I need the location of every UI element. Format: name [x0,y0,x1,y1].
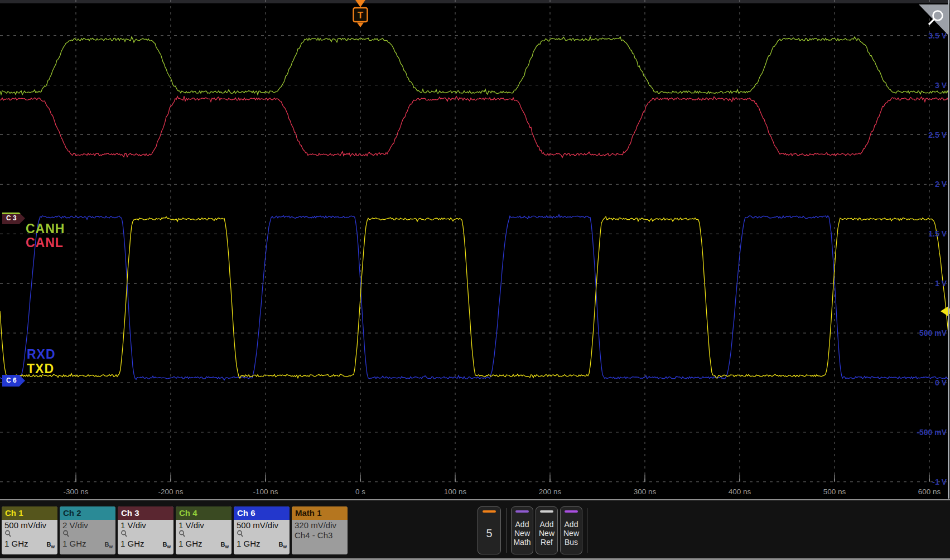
bandwidth-limit-icon: BW [220,541,229,549]
ch2-bw-row: 1 GHz BW [60,539,115,549]
bandwidth-limit-icon: BW [46,541,55,549]
ch3-bandwidth: 1 GHz [120,539,144,548]
trace-txd [0,216,948,378]
label-line: New [514,529,530,538]
ch4-body: 1 V/div 1 GHz BW [176,520,232,554]
y-axis-label: -500 mV [917,428,947,437]
bandwidth-limit-icon: BW [104,541,113,549]
math1-scale: 320 mV/div [292,520,348,530]
x-axis-label: -200 ns [158,487,183,496]
ch2-header: Ch 2 [60,506,115,520]
bandwidth-limit-icon: BW [278,541,287,549]
channel-badge-ch6[interactable]: Ch 6 500 mV/div 1 GHz BW [234,506,290,554]
ch1-bandwidth: 1 GHz [4,539,28,548]
add-new-bus-label: Add New Bus [563,513,579,554]
label-line: New [539,529,554,538]
probe-icon [120,530,128,538]
y-axis-label: 1.5 V [928,229,947,238]
ch6-bandwidth: 1 GHz [237,539,261,548]
bandwidth-limit-icon: BW [162,541,171,549]
label-line: Math [513,538,531,547]
magnifier-handle [929,20,934,25]
ch1-scale: 500 mV/div [2,520,57,530]
c6-handle-label: C 6 [6,376,17,384]
ch1-body: 500 mV/div 1 GHz BW [2,520,57,554]
probe-icon [237,530,244,538]
x-axis-label: 200 ns [539,487,562,496]
trigger-level-arrow[interactable] [941,306,948,316]
ch1-bw-row: 1 GHz BW [2,539,57,549]
separator [507,508,507,553]
probe-icon [179,530,186,538]
label-line: Add [540,520,554,529]
label-line: Add [515,520,529,529]
trigger-marker-tail [357,23,364,28]
add-new-ref-label: Add New Ref [539,513,554,554]
x-axis-labels: -300 ns-200 ns-100 ns0 s100 ns200 ns300 … [63,487,941,496]
math1-body: 320 mV/div Ch4 - Ch3 [292,520,348,554]
ch3-header: Ch 3 [118,506,173,520]
ch6-header: Ch 6 [234,506,290,520]
math1-source: Ch4 - Ch3 [292,530,348,540]
x-axis-label: -300 ns [63,487,88,496]
ch1-probe-row [2,530,57,539]
trace-rxd [0,215,948,380]
ch3-scale: 1 V/div [118,520,173,530]
ch2-bandwidth: 1 GHz [62,539,86,548]
probe-icon [4,530,12,538]
trigger-marker-letter: T [358,10,364,21]
ch4-header: Ch 4 [176,506,232,520]
waveform-display[interactable]: -300 ns-200 ns-100 ns0 s100 ns200 ns300 … [0,0,950,499]
y-axis-label: -1 V [932,477,947,486]
channel-button-ch5[interactable]: 5 [478,506,501,554]
ch4-probe-row [176,530,232,539]
y-axis-label: 500 mV [919,329,947,337]
channel-badge-ch3[interactable]: Ch 3 1 V/div 1 GHz BW [118,506,173,554]
label-line: Add [565,520,578,529]
ch3-probe-row [118,530,173,539]
label-line: Bus [565,538,578,547]
ch2-scale: 2 V/div [60,520,115,530]
graticule [0,0,948,482]
x-axis-label: 0 s [355,487,365,496]
trace-canh [0,37,948,95]
ch4-bw-row: 1 GHz BW [176,539,232,549]
oscilloscope-screen: -300 ns-200 ns-100 ns0 s100 ns200 ns300 … [0,0,950,560]
ch4-scale: 1 V/div [176,520,232,530]
zoom-corner-control[interactable] [917,4,948,37]
x-axis-label: 500 ns [823,487,846,496]
trace-label-rxd: RXD [27,347,56,361]
y-axis-label: 2 V [935,180,947,189]
y-axis-label: 1 V [935,279,947,288]
add-new-ref-button[interactable]: Add New Ref [536,506,558,554]
ch3-body: 1 V/div 1 GHz BW [118,520,173,554]
add-new-bus-button[interactable]: Add New Bus [560,506,582,554]
screen-right-bezel [948,0,949,499]
c3-handle-label: C 3 [6,214,17,222]
x-axis-label: 100 ns [444,487,467,496]
ch1-header: Ch 1 [2,506,57,520]
ch6-body: 500 mV/div 1 GHz BW [234,520,290,554]
add-new-math-label: Add New Math [513,513,531,554]
channel-badge-ch1[interactable]: Ch 1 500 mV/div 1 GHz BW [2,506,57,554]
x-axis-label: -100 ns [253,487,278,496]
math1-header: Math 1 [292,506,348,520]
channel-badge-ch2[interactable]: Ch 2 2 V/div 1 GHz BW [60,506,115,554]
label-line: Ref [541,538,553,547]
trigger-position-marker[interactable]: T [354,0,368,27]
x-axis-label: 300 ns [634,487,657,496]
y-axis-label: 2.5 V [928,131,947,139]
y-axis-label: 0 V [935,378,947,387]
math-badge-math1[interactable]: Math 1 320 mV/div Ch4 - Ch3 [292,506,348,554]
ch6-bw-row: 1 GHz BW [234,539,290,549]
trace-canl [0,96,948,157]
ch6-scale: 500 mV/div [234,520,290,530]
ch2-body: 2 V/div 1 GHz BW [60,520,115,554]
trigger-arrow-down-icon [355,0,365,7]
add-new-math-button[interactable]: Add New Math [511,506,533,554]
ch5-button-label: 5 [486,513,492,554]
channel-badge-ch4[interactable]: Ch 4 1 V/div 1 GHz BW [176,506,232,554]
y-axis-label: 3 V [935,81,947,90]
label-line: New [563,529,579,538]
trace-label-canh: CANH [26,222,65,235]
